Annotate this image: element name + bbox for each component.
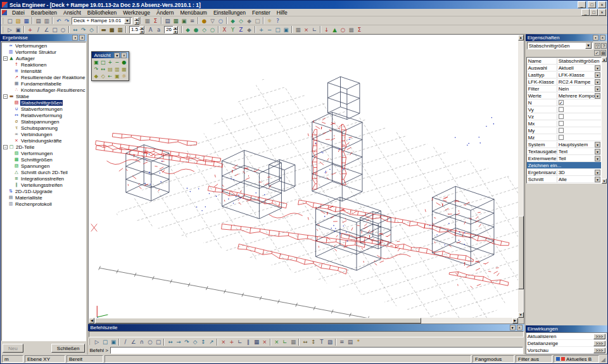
size-stepper[interactable]: 26 ▲▼ — [164, 26, 179, 34]
move-icon[interactable]: ↔ — [71, 26, 79, 34]
chevron-down-icon[interactable]: ▼ — [595, 149, 600, 154]
filter-icon[interactable]: ▽ — [208, 17, 217, 25]
chevron-down-icon[interactable]: ▼ — [595, 65, 600, 71]
properties-scrollbar[interactable]: ▲ ▼ — [602, 57, 607, 184]
tree-item-verformungen[interactable]: ≈Verformungen — [2, 42, 86, 49]
spin-down-icon[interactable]: ▼ — [173, 30, 178, 34]
scroll-down-icon[interactable]: ▼ — [518, 312, 524, 318]
menu-datei[interactable]: Datei — [9, 9, 28, 16]
column-icon[interactable]: ■ — [108, 26, 116, 34]
save-icon[interactable]: ▦ — [22, 17, 30, 25]
select-all-icon[interactable]: ▣ — [14, 26, 22, 34]
apply-icon[interactable]: ✓ — [594, 50, 600, 56]
zoom-all-icon[interactable]: ▣ — [92, 59, 99, 66]
settings-icon[interactable]: ☼ — [265, 17, 274, 25]
restore-button[interactable]: □ — [588, 1, 596, 8]
menu-ansicht[interactable]: Ansicht — [60, 9, 84, 16]
snap-icon[interactable]: × — [302, 26, 310, 34]
project-spinner[interactable]: ▲▼ — [134, 17, 139, 25]
viewport[interactable]: Ansicht ▾ × ▣□+−●↷↔▤▥▦◆◇←▣☼ ▲ ▼ ◀ ▶ — [88, 34, 524, 324]
schliessen-button[interactable]: Schließen — [51, 344, 86, 353]
checkbox[interactable] — [559, 121, 564, 126]
vertical-scroll-thumb[interactable] — [518, 216, 524, 289]
scroll-left-icon[interactable]: ◀ — [89, 318, 94, 323]
scroll-up-icon[interactable]: ▲ — [602, 57, 607, 62]
undo-icon[interactable]: ↶ — [54, 17, 63, 25]
chevron-down-icon[interactable]: ▼ — [595, 156, 600, 161]
resize-grip[interactable]: ◢ — [600, 355, 606, 363]
chevron-down-icon[interactable]: ▼ — [595, 93, 600, 99]
tree-item-intensitat[interactable]: ≡Intensität — [2, 68, 86, 74]
tree-expander-icon[interactable]: − — [3, 56, 8, 61]
close-icon[interactable]: × — [517, 325, 522, 330]
zoom-out-icon[interactable]: − — [265, 26, 274, 34]
checkbox[interactable] — [559, 107, 564, 112]
tree-item-stabverformungen[interactable]: ∪Stabverformungen — [2, 106, 86, 112]
property-row-werte[interactable]: WerteMehrere Kompo▼ — [527, 92, 601, 99]
actions-panel-titlebar[interactable]: Einwirkungen — [526, 325, 607, 332]
property-row-filter[interactable]: FilterNein▼ — [527, 85, 601, 92]
snap-icon[interactable]: × — [272, 338, 281, 346]
property-row-n[interactable]: N✓ — [527, 99, 601, 106]
move-icon[interactable]: ↔ — [166, 338, 174, 346]
properties-combo[interactable]: Stabschnittgrößen ▼ — [527, 42, 593, 49]
grid-icon[interactable]: ▦ — [289, 338, 297, 346]
zoom-window-icon[interactable]: □ — [101, 338, 109, 346]
tree-item-verbindungen[interactable]: ∞Verbindungen — [2, 131, 86, 137]
polyline-icon[interactable]: ∠ — [129, 338, 137, 346]
tree-item-integrationsstreifen[interactable]: ≡Integrationsstreifen — [2, 175, 86, 182]
zoom-in-icon[interactable]: + — [257, 26, 265, 34]
results-panel-titlebar[interactable]: Ergebnisse ▪ × — [1, 34, 87, 41]
tree-item-verteilungsstreifen[interactable]: ∥Verteilungsstreifen — [2, 182, 86, 188]
beam-icon[interactable]: ▬ — [99, 26, 108, 34]
spin-down-icon[interactable]: ▼ — [134, 21, 139, 25]
tree-item-rechenprotokoll[interactable]: ▥Rechenprotokoll — [2, 201, 86, 207]
properties-panel-titlebar[interactable]: Eigenschaften ▪ × — [526, 34, 607, 41]
rectangle-icon[interactable]: □ — [154, 338, 162, 346]
horizontal-scroll-thumb[interactable] — [95, 318, 421, 323]
wireframe-icon[interactable]: ◇ — [237, 17, 245, 25]
rectangle-icon[interactable]: □ — [51, 26, 59, 34]
property-row-ergebnisanz[interactable]: Ergebnisanz...3D▼ — [527, 169, 601, 176]
chevron-down-icon[interactable]: ▼ — [595, 142, 600, 147]
aktualisieren-button[interactable]: >>> — [593, 334, 605, 339]
extend-icon[interactable]: + — [227, 338, 236, 346]
tree-item-relativverformung[interactable]: ↔Relativverformung — [2, 112, 86, 118]
toolbar-handle[interactable] — [2, 27, 4, 33]
viewport-horizontal-scrollbar[interactable]: ◀ ▶ — [89, 318, 517, 323]
clipping-box-icon[interactable]: □ — [253, 17, 262, 25]
support-icon[interactable]: ▲ — [331, 26, 339, 34]
ortho-icon[interactable]: ∟ — [310, 26, 319, 34]
zoom-window-icon[interactable]: □ — [274, 26, 282, 34]
font-increase-icon[interactable]: A — [146, 26, 155, 34]
close-icon[interactable]: × — [79, 35, 85, 41]
mirror-icon[interactable]: ◇ — [87, 26, 96, 34]
tree-item-materialliste[interactable]: ▤Materialliste — [2, 194, 86, 201]
property-row-mx[interactable]: Mx — [527, 120, 601, 127]
scroll-right-icon[interactable]: ▶ — [512, 318, 518, 323]
axonometric-view-icon[interactable]: ◆ — [92, 73, 99, 80]
offset-icon[interactable]: ∥ — [244, 338, 252, 346]
copy-icon[interactable]: → — [174, 338, 182, 346]
previous-view-icon[interactable]: ← — [106, 73, 113, 80]
explode-icon[interactable]: * — [354, 338, 362, 346]
property-row-extremwerte[interactable]: ExtremwerteTeil▼ — [527, 155, 601, 162]
child-restore-button[interactable]: □ — [590, 9, 598, 16]
tree-item-verformungen[interactable]: ▧Verformungen — [2, 150, 86, 156]
scale-icon[interactable]: ↕ — [199, 338, 207, 346]
tree-item-stabspannungen[interactable]: σStabspannungen — [2, 118, 86, 125]
property-row-zeichnen-ein[interactable]: Zeichnen ein... — [527, 162, 601, 169]
tree-item-resultierende-der-reaktione[interactable]: ↗Resultierende der Reaktione — [2, 74, 86, 80]
chevron-down-icon[interactable]: ▼ — [595, 170, 600, 175]
tree-item-schnitt-durch-2d-teil[interactable]: △Schnitt durch 2D-Teil — [2, 169, 86, 175]
property-row-name[interactable]: NameStabschnittgrößen — [527, 58, 601, 65]
document-icon[interactable]: ▤ — [163, 17, 172, 25]
redo-icon[interactable]: ↷ — [63, 17, 71, 25]
filter-icon[interactable]: ▽ — [595, 43, 600, 49]
tree-item-fundamenttabelle[interactable]: ▦Fundamenttabelle — [2, 80, 86, 87]
open-folder-icon[interactable]: ▨ — [14, 17, 22, 25]
chevron-down-icon[interactable]: ▼ — [595, 79, 600, 85]
layers-icon[interactable]: ≡ — [338, 338, 346, 346]
grid-icon[interactable]: ▦ — [294, 26, 302, 34]
table-icon[interactable]: ▦ — [172, 17, 180, 25]
